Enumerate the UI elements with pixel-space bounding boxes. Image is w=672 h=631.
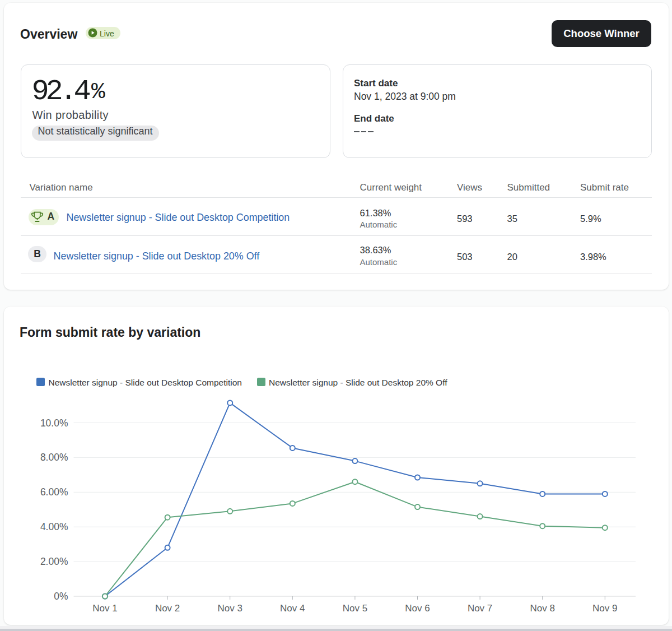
svg-text:Nov 4: Nov 4 (280, 603, 305, 614)
svg-text:Nov 9: Nov 9 (592, 603, 617, 614)
svg-text:8.00%: 8.00% (40, 452, 68, 463)
svg-text:10.0%: 10.0% (40, 417, 68, 429)
svg-text:Nov 1: Nov 1 (92, 603, 117, 614)
svg-text:Nov 3: Nov 3 (217, 603, 242, 614)
svg-text:4.00%: 4.00% (40, 521, 68, 532)
svg-text:Nov 6: Nov 6 (405, 603, 430, 614)
svg-text:Nov 8: Nov 8 (530, 603, 554, 614)
svg-text:Nov 5: Nov 5 (343, 603, 367, 614)
svg-text:Nov 7: Nov 7 (468, 603, 492, 614)
svg-text:2.00%: 2.00% (40, 556, 68, 567)
svg-text:6.00%: 6.00% (40, 486, 68, 498)
svg-text:0%: 0% (54, 591, 68, 602)
svg-text:Nov 2: Nov 2 (155, 603, 180, 614)
